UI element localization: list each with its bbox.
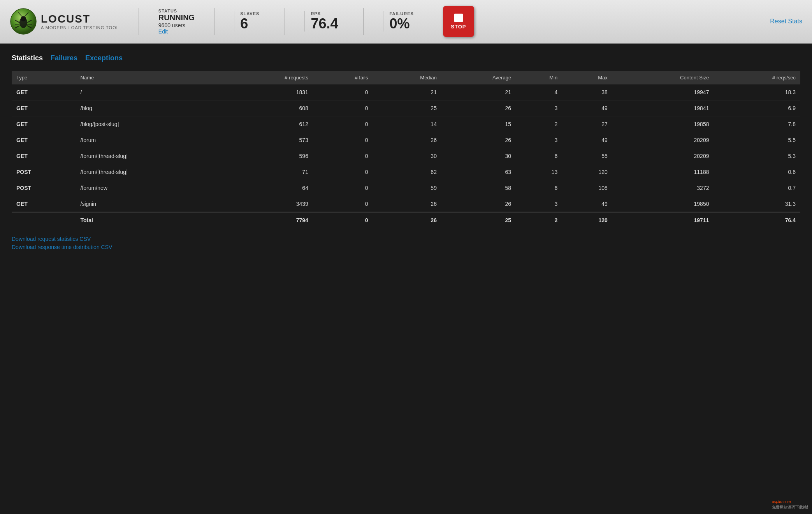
cell-max-7: 49 [562, 196, 612, 212]
cell-content-size-7: 19850 [612, 196, 714, 212]
cell-name-5: /forum/[thread-slug] [76, 164, 226, 180]
cell-average-1: 26 [441, 100, 516, 116]
table-row: POST /forum/[thread-slug] 71 0 62 63 13 … [12, 164, 800, 180]
cell-median-4: 30 [373, 148, 441, 164]
logo-text-area: LOCUST A MODERN LOAD TESTING TOOL [41, 13, 119, 30]
table-row: POST /forum/new 64 0 59 58 6 108 3272 0.… [12, 180, 800, 196]
cell-requests-7: 3439 [226, 196, 313, 212]
table-row: GET /forum/[thread-slug] 596 0 30 30 6 5… [12, 148, 800, 164]
cell-name-2: /blog/[post-slug] [76, 116, 226, 132]
locust-logo-icon [10, 8, 37, 35]
download-csv-response[interactable]: Download response time distribution CSV [12, 244, 800, 250]
cell-fails-2: 0 [313, 116, 373, 132]
download-csv-stats[interactable]: Download request statistics CSV [12, 236, 800, 242]
cell-max-5: 120 [562, 164, 612, 180]
cell-average-3: 26 [441, 132, 516, 148]
cell-name-0: / [76, 84, 226, 100]
cell-name-7: /signin [76, 196, 226, 212]
stop-icon [454, 14, 463, 22]
cell-min-5: 13 [516, 164, 562, 180]
cell-fails-5: 0 [313, 164, 373, 180]
cell-requests-0: 1831 [226, 84, 313, 100]
cell-requests-1: 608 [226, 100, 313, 116]
table-row: GET /forum 573 0 26 26 3 49 20209 5.5 [12, 132, 800, 148]
table-row: GET /signin 3439 0 26 26 3 49 19850 31.3 [12, 196, 800, 212]
logo-area: LOCUST A MODERN LOAD TESTING TOOL [10, 8, 119, 35]
main-content: Statistics Failures Exceptions Type Name… [0, 44, 812, 260]
slaves-value: 6 [240, 16, 259, 32]
cell-reqs-sec-1: 6.9 [714, 100, 800, 116]
footer-type [12, 212, 76, 228]
cell-median-1: 25 [373, 100, 441, 116]
footer-median: 26 [373, 212, 441, 228]
footer-requests: 7794 [226, 212, 313, 228]
failures-value: 0% [389, 16, 413, 32]
cell-reqs-sec-4: 5.3 [714, 148, 800, 164]
cell-name-6: /forum/new [76, 180, 226, 196]
tab-exceptions[interactable]: Exceptions [85, 53, 123, 63]
col-reqs-sec: # reqs/sec [714, 71, 800, 84]
cell-requests-3: 573 [226, 132, 313, 148]
col-average: Average [441, 71, 516, 84]
cell-average-2: 15 [441, 116, 516, 132]
table-row: GET /blog/[post-slug] 612 0 14 15 2 27 1… [12, 116, 800, 132]
cell-content-size-6: 3272 [612, 180, 714, 196]
cell-median-2: 14 [373, 116, 441, 132]
download-links: Download request statistics CSV Download… [12, 236, 800, 250]
cell-median-6: 59 [373, 180, 441, 196]
col-type: Type [12, 71, 76, 84]
col-min: Min [516, 71, 562, 84]
rps-value: 76.4 [311, 16, 338, 32]
table-row: GET / 1831 0 21 21 4 38 19947 18.3 [12, 84, 800, 100]
cell-min-2: 2 [516, 116, 562, 132]
footer-fails: 0 [313, 212, 373, 228]
tab-nav: Statistics Failures Exceptions [12, 53, 800, 63]
rps-divider [285, 8, 285, 35]
status-users: 9600 users [158, 22, 195, 28]
cell-average-5: 63 [441, 164, 516, 180]
table-footer-row: Total 7794 0 26 25 2 120 19711 76.4 [12, 212, 800, 228]
cell-min-1: 3 [516, 100, 562, 116]
cell-requests-5: 71 [226, 164, 313, 180]
cell-type-3: GET [12, 132, 76, 148]
slaves-divider [214, 8, 214, 35]
cell-type-0: GET [12, 84, 76, 100]
cell-content-size-5: 11188 [612, 164, 714, 180]
cell-max-3: 49 [562, 132, 612, 148]
cell-median-5: 62 [373, 164, 441, 180]
status-label: STATUS [158, 9, 195, 13]
stop-label: STOP [451, 24, 466, 30]
cell-reqs-sec-2: 7.8 [714, 116, 800, 132]
cell-type-5: POST [12, 164, 76, 180]
slaves-block: SLAVES 6 [234, 11, 265, 32]
cell-min-3: 3 [516, 132, 562, 148]
logo-subtitle: A MODERN LOAD TESTING TOOL [41, 25, 119, 30]
cell-reqs-sec-6: 0.7 [714, 180, 800, 196]
tab-failures[interactable]: Failures [51, 53, 77, 63]
svg-point-2 [21, 16, 26, 21]
footer-reqs-sec: 76.4 [714, 212, 800, 228]
edit-link[interactable]: Edit [158, 28, 195, 35]
footer-label: Total [76, 212, 226, 228]
footer-average: 25 [441, 212, 516, 228]
cell-fails-0: 0 [313, 84, 373, 100]
cell-type-1: GET [12, 100, 76, 116]
reset-stats-button[interactable]: Reset Stats [770, 18, 802, 25]
cell-reqs-sec-5: 0.6 [714, 164, 800, 180]
tab-statistics[interactable]: Statistics [12, 53, 43, 63]
cell-reqs-sec-0: 18.3 [714, 84, 800, 100]
cell-content-size-3: 20209 [612, 132, 714, 148]
rps-block: RPS 76.4 [304, 11, 344, 32]
cell-min-6: 6 [516, 180, 562, 196]
footer-min: 2 [516, 212, 562, 228]
failures-block: FAILURES 0% [383, 11, 419, 32]
table-row: GET /blog 608 0 25 26 3 49 19841 6.9 [12, 100, 800, 116]
cell-max-2: 27 [562, 116, 612, 132]
footer-content-size: 19711 [612, 212, 714, 228]
cell-min-4: 6 [516, 148, 562, 164]
cell-fails-7: 0 [313, 196, 373, 212]
cell-reqs-sec-7: 31.3 [714, 196, 800, 212]
stop-button[interactable]: STOP [443, 6, 474, 37]
cell-min-7: 3 [516, 196, 562, 212]
cell-fails-6: 0 [313, 180, 373, 196]
